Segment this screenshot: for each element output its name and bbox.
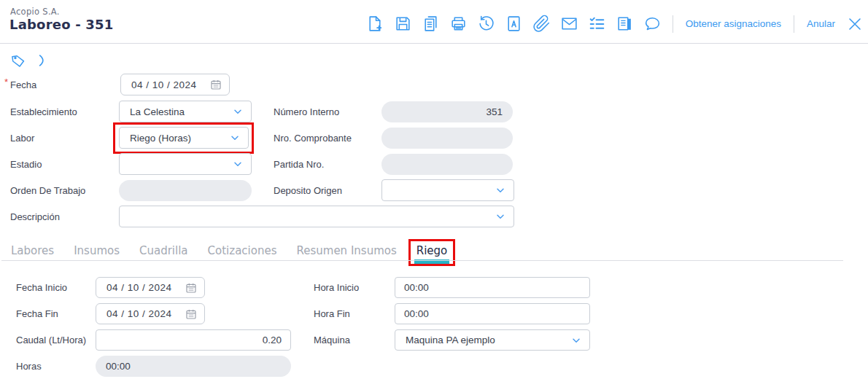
establecimiento-value: La Celestina bbox=[130, 106, 185, 117]
calendar-icon[interactable] bbox=[210, 79, 222, 90]
maquina-value: Maquina PA ejemplo bbox=[406, 335, 495, 345]
field-row-estadio: Estadio bbox=[10, 153, 252, 175]
field-row-maquina: Máquina Maquina PA ejemplo bbox=[314, 329, 590, 351]
header-divider bbox=[0, 43, 868, 44]
field-row-labor: Labor Riego (Horas) bbox=[10, 127, 249, 149]
field-row-nro-comprobante: Nro. Comprobante bbox=[274, 127, 513, 149]
numero-interno-label: Número Interno bbox=[274, 106, 381, 117]
chevron-down-icon bbox=[495, 211, 506, 222]
labor-select[interactable]: Riego (Horas) bbox=[119, 127, 249, 149]
new-document-icon[interactable] bbox=[366, 15, 384, 33]
checklist-icon[interactable] bbox=[588, 15, 606, 33]
descripcion-label: Descripción bbox=[10, 211, 119, 222]
tag-icon[interactable] bbox=[10, 52, 26, 69]
chevron-down-icon bbox=[232, 158, 244, 170]
fecha-inicio-value: 04 / 10 / 2024 bbox=[106, 282, 172, 293]
estadio-label: Estadio bbox=[10, 159, 119, 170]
descripcion-select[interactable] bbox=[119, 206, 514, 227]
fecha-inicio-label: Fecha Inicio bbox=[16, 282, 96, 293]
caudal-label: Caudal (Lt/Hora) bbox=[16, 335, 96, 345]
email-icon[interactable] bbox=[560, 15, 578, 33]
company-name: Acopio S.A. bbox=[10, 7, 60, 17]
page-title: Laboreo - 351 bbox=[9, 17, 114, 32]
field-row-hora-inicio: Hora Inicio bbox=[314, 277, 590, 298]
field-row-fecha-inicio: Fecha Inicio 04 / 10 / 2024 bbox=[16, 277, 205, 298]
fecha-fin-value: 04 / 10 / 2024 bbox=[106, 308, 172, 319]
chevron-down-icon bbox=[229, 132, 241, 144]
toolbar: Obtener asignaciones Anular bbox=[366, 15, 864, 33]
nro-comprobante-field bbox=[381, 128, 513, 149]
print-icon[interactable] bbox=[449, 15, 468, 33]
calendar-icon[interactable] bbox=[185, 308, 197, 320]
establecimiento-select[interactable]: La Celestina bbox=[119, 101, 252, 122]
field-row-partida-nro: Partida Nro. bbox=[274, 153, 513, 175]
laboreo-form-page: Acopio S.A. Laboreo - 351 bbox=[0, 0, 868, 379]
field-row-orden-de-trabajo: Orden De Trabajo bbox=[10, 179, 252, 201]
text-document-icon[interactable] bbox=[505, 15, 523, 33]
copy-icon[interactable] bbox=[422, 15, 440, 33]
chevron-down-icon bbox=[570, 335, 582, 346]
caudal-input[interactable] bbox=[96, 329, 291, 351]
field-row-caudal: Caudal (Lt/Hora) bbox=[16, 329, 291, 351]
orden-de-trabajo-field bbox=[119, 180, 252, 201]
partida-nro-field bbox=[381, 154, 513, 175]
comments-icon[interactable] bbox=[643, 15, 662, 33]
obtener-asignaciones-link[interactable]: Obtener asignaciones bbox=[684, 18, 783, 29]
deposito-origen-select[interactable] bbox=[381, 179, 514, 201]
labor-label: Labor bbox=[10, 133, 119, 144]
chevron-down-icon bbox=[495, 184, 506, 196]
maquina-select[interactable]: Maquina PA ejemplo bbox=[395, 329, 590, 351]
labor-value: Riego (Horas) bbox=[130, 133, 191, 144]
fecha-fin-label: Fecha Fin bbox=[16, 308, 96, 319]
horas-field: 00:00 bbox=[96, 356, 291, 377]
attachment-icon[interactable] bbox=[532, 15, 551, 33]
chevron-right-icon[interactable] bbox=[34, 52, 50, 69]
hora-inicio-input[interactable] bbox=[395, 277, 590, 298]
field-row-fecha: *Fecha 04 / 10 / 2024 bbox=[10, 74, 230, 95]
fecha-label: *Fecha bbox=[10, 79, 120, 90]
report-icon[interactable] bbox=[616, 15, 634, 33]
deposito-origen-label: Deposito Origen bbox=[274, 185, 381, 196]
toolbar-divider bbox=[794, 15, 794, 33]
establecimiento-label: Establecimiento bbox=[10, 106, 119, 117]
numero-interno-field: 351 bbox=[381, 101, 513, 122]
toolbar-divider bbox=[673, 15, 673, 33]
hora-fin-label: Hora Fin bbox=[314, 308, 395, 319]
hora-inicio-label: Hora Inicio bbox=[314, 282, 395, 293]
fecha-value: 04 / 10 / 2024 bbox=[131, 79, 197, 90]
orden-de-trabajo-label: Orden De Trabajo bbox=[10, 185, 119, 196]
maquina-label: Máquina bbox=[314, 335, 395, 345]
history-icon[interactable] bbox=[477, 15, 495, 33]
fecha-fin-input[interactable]: 04 / 10 / 2024 bbox=[96, 303, 205, 324]
breadcrumb bbox=[10, 52, 50, 69]
fecha-input[interactable]: 04 / 10 / 2024 bbox=[120, 74, 230, 95]
anular-link[interactable]: Anular bbox=[805, 18, 837, 29]
tabs-divider bbox=[1, 260, 843, 261]
field-row-numero-interno: Número Interno 351 bbox=[274, 101, 513, 122]
field-row-horas: Horas 00:00 bbox=[16, 356, 291, 377]
save-icon[interactable] bbox=[394, 15, 412, 33]
field-row-descripcion: Descripción bbox=[10, 206, 514, 227]
fecha-inicio-input[interactable]: 04 / 10 / 2024 bbox=[96, 277, 205, 298]
close-icon[interactable] bbox=[846, 15, 864, 33]
hora-fin-input[interactable] bbox=[395, 303, 590, 324]
required-asterisk: * bbox=[4, 77, 8, 87]
chevron-down-icon bbox=[232, 106, 244, 117]
horas-label: Horas bbox=[16, 361, 96, 372]
field-row-hora-fin: Hora Fin bbox=[314, 303, 590, 324]
calendar-icon[interactable] bbox=[185, 282, 197, 294]
field-row-establecimiento: Establecimiento La Celestina bbox=[10, 101, 252, 122]
field-row-deposito-origen: Deposito Origen bbox=[274, 179, 514, 201]
partida-nro-label: Partida Nro. bbox=[274, 159, 381, 170]
field-row-fecha-fin: Fecha Fin 04 / 10 / 2024 bbox=[16, 303, 205, 324]
tab-riego-label: Riego bbox=[416, 244, 448, 257]
estadio-select[interactable] bbox=[119, 153, 252, 175]
nro-comprobante-label: Nro. Comprobante bbox=[274, 133, 381, 144]
